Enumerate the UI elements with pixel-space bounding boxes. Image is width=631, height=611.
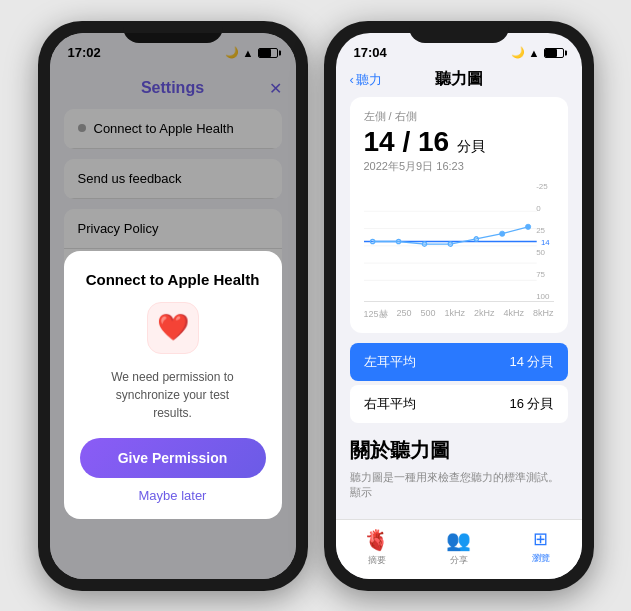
chevron-left-icon: ‹: [350, 72, 354, 87]
about-title: 關於聽力圖: [350, 437, 568, 464]
main-container: 17:02 🌙 ▲ Settings ✕: [28, 11, 604, 601]
hearing-date: 2022年5月9日 16:23: [364, 159, 554, 174]
left-ear-score-row[interactable]: 左耳平均 14 分貝: [350, 343, 568, 381]
tab-summary-label: 摘要: [368, 554, 386, 567]
left-ear-label: 左耳平均: [364, 353, 416, 371]
left-phone: 17:02 🌙 ▲ Settings ✕: [38, 21, 308, 591]
right-phone: 17:04 🌙 ▲ ‹ 聽力 聽力圖 左側 / 右側: [324, 21, 594, 591]
tab-share-label: 分享: [450, 554, 468, 567]
y-label-neg25: -25: [536, 182, 549, 191]
y-label-100: 100: [536, 292, 549, 301]
x-label-500: 500: [421, 308, 436, 321]
chart-svg: 14: [364, 182, 554, 301]
right-wifi-icon: ▲: [529, 47, 540, 59]
maybe-later-button[interactable]: Maybe later: [139, 488, 207, 503]
y-label-25: 25: [536, 226, 549, 235]
svg-point-11: [499, 231, 504, 236]
right-time: 17:04: [354, 45, 387, 60]
heart-icon: ❤️: [157, 312, 189, 343]
back-button[interactable]: ‹ 聽力: [350, 71, 382, 89]
right-ear-score-row[interactable]: 右耳平均 16 分貝: [350, 385, 568, 423]
about-description: 聽力圖是一種用來檢查您聽力的標準測試。顯示: [350, 470, 568, 501]
tab-summary[interactable]: 🫀 摘要: [336, 528, 418, 567]
right-screen: 17:04 🌙 ▲ ‹ 聽力 聽力圖 左側 / 右側: [336, 33, 582, 579]
right-status-icons: 🌙 ▲: [511, 46, 564, 59]
svg-point-12: [525, 224, 530, 229]
left-screen: 17:02 🌙 ▲ Settings ✕: [50, 33, 296, 579]
browse-tab-icon: ⊞: [533, 528, 548, 550]
x-label-8k: 8kHz: [533, 308, 554, 321]
back-label: 聽力: [356, 71, 382, 89]
chart-y-labels: -25 0 25 50 75 100: [536, 182, 551, 301]
hearing-subtitle: 左側 / 右側: [364, 109, 554, 124]
right-notch: [409, 21, 509, 43]
right-ear-value: 16 分貝: [509, 395, 553, 413]
y-label-50: 50: [536, 248, 549, 257]
tab-bar: 🫀 摘要 👥 分享 ⊞ 瀏覽: [336, 519, 582, 579]
x-label-2k: 2kHz: [474, 308, 495, 321]
share-tab-icon: 👥: [446, 528, 471, 552]
modal-title: Connect to Apple Health: [86, 271, 260, 288]
right-moon-icon: 🌙: [511, 46, 525, 59]
chart-x-labels: 125赫 250 500 1kHz 2kHz 4kHz 8kHz: [364, 306, 554, 323]
about-section: 關於聽力圖 聽力圖是一種用來檢查您聽力的標準測試。顯示: [336, 427, 582, 505]
tab-browse-label: 瀏覽: [532, 552, 550, 565]
right-battery-fill: [545, 49, 558, 57]
apple-health-modal: Connect to Apple Health ❤️ We need permi…: [64, 251, 282, 519]
right-ear-label: 右耳平均: [364, 395, 416, 413]
hearing-nav: ‹ 聽力 聽力圖: [336, 67, 582, 97]
tab-browse[interactable]: ⊞ 瀏覽: [500, 528, 582, 565]
hearing-score: 14 / 16 分貝: [364, 126, 554, 158]
hearing-title: 聽力圖: [435, 69, 483, 90]
y-label-0: 0: [536, 204, 549, 213]
x-label-125: 125赫: [364, 308, 388, 321]
heart-tab-icon: 🫀: [364, 528, 389, 552]
right-battery-icon: [544, 48, 564, 58]
score-value: 14 / 16: [364, 126, 450, 157]
audiogram-chart: 14 -25 0 25 50 75 100: [364, 182, 554, 302]
hearing-card: 左側 / 右側 14 / 16 分貝 2022年5月9日 16:23: [350, 97, 568, 333]
y-label-75: 75: [536, 270, 549, 279]
x-label-250: 250: [397, 308, 412, 321]
left-ear-value: 14 分貝: [509, 353, 553, 371]
modal-description: We need permission to synchronize your t…: [80, 368, 266, 422]
give-permission-button[interactable]: Give Permission: [80, 438, 266, 478]
tab-share[interactable]: 👥 分享: [418, 528, 500, 567]
score-unit: 分貝: [457, 138, 485, 154]
x-label-1k: 1kHz: [445, 308, 466, 321]
x-label-4k: 4kHz: [503, 308, 524, 321]
health-icon-container: ❤️: [147, 302, 199, 354]
